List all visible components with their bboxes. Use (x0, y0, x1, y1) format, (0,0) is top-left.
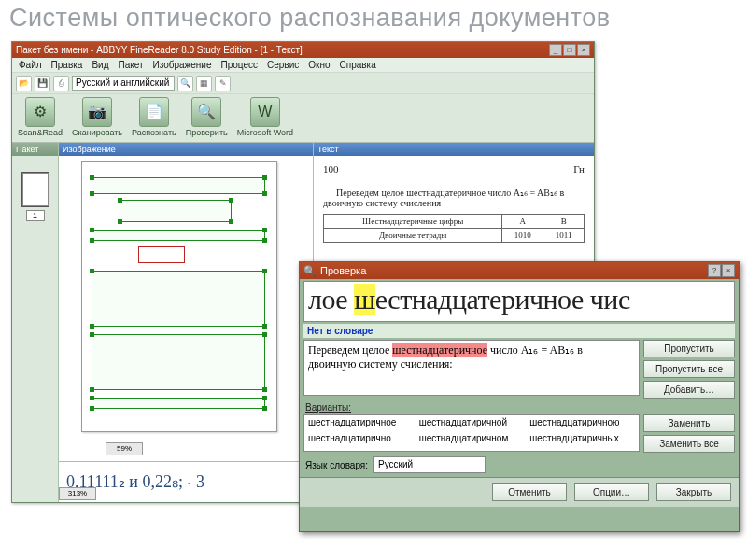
text-header: Текст (314, 143, 594, 156)
recognize-icon: 📄 (139, 97, 169, 127)
document-page (81, 161, 277, 432)
options-button[interactable]: Опции… (574, 483, 649, 501)
menu-window[interactable]: Окно (305, 60, 332, 70)
variants-label: Варианты: (305, 402, 733, 413)
table-row: Шестнадцатеричные цифрыAB (324, 215, 585, 229)
dict-icon[interactable]: ✎ (215, 76, 231, 91)
edit-text: число A₁₆ = AB₁₆ в (487, 343, 583, 357)
text-content[interactable]: 100Гн Переведем целое шестнадцатеричное … (314, 156, 594, 250)
recognize-label: Распознать (132, 128, 176, 137)
edit-box[interactable]: Переведем целое шестнадцатеричное число … (303, 340, 640, 396)
text-paragraph: Переведем целое шестнадцатеричное число … (323, 188, 585, 208)
slide-title: Системы оптического распознавания докуме… (9, 4, 611, 33)
region-text[interactable] (92, 334, 265, 390)
scan-label: Сканировать (72, 128, 122, 137)
app-titlebar: Пакет без имени - ABBYY FineReader 8.0 S… (12, 42, 594, 58)
menu-view[interactable]: Вид (89, 60, 111, 70)
scan-button[interactable]: 📷Сканировать (72, 97, 122, 139)
undo-button[interactable]: Отменить (492, 483, 567, 501)
menu-image[interactable]: Изображение (150, 60, 215, 70)
close-button[interactable]: × (577, 44, 590, 56)
word-preview: лое шестнадцатеричное чис (303, 281, 735, 322)
open-icon[interactable]: 📂 (16, 76, 32, 91)
spellcheck-dialog: 🔍 Проверка ? × лое шестнадцатеричное чис… (299, 261, 740, 532)
text-table: Шестнадцатеричные цифрыAB Двоичные тетра… (323, 214, 585, 243)
menu-process[interactable]: Процесс (218, 60, 261, 70)
image-header: Изображение (59, 143, 313, 156)
toolbar-actions: ⚙Scan&Read 📷Сканировать 📄Распознать 🔍Про… (12, 94, 594, 143)
skip-button[interactable]: Пропустить (643, 340, 735, 357)
menu-batch[interactable]: Пакет (115, 60, 146, 70)
region-text[interactable] (92, 398, 265, 409)
table-cell: 1010 (502, 229, 543, 243)
check-label: Проверить (186, 128, 228, 137)
language-selector[interactable]: Русский и английский (72, 76, 175, 91)
region-picture[interactable] (138, 246, 185, 263)
save-icon[interactable]: 💾 (35, 76, 50, 91)
preview-text: естнадцатеричное чис (375, 284, 630, 315)
edit-text: Переведем целое (308, 343, 392, 357)
variants-list[interactable]: шестнадцатиричное шестнадцатиричной шест… (303, 414, 640, 452)
variant-item[interactable]: шестнадцатиричное (308, 417, 414, 433)
variant-item[interactable]: шестнадцатирично (308, 433, 414, 449)
edit-error-word: шестнадцатеричное (392, 343, 487, 357)
zoom-icon[interactable]: 🔍 (177, 76, 193, 91)
dialog-help-button[interactable]: ? (708, 264, 721, 277)
dialog-bottom-bar: Отменить Опции… Закрыть (300, 477, 739, 507)
check-icon: 🔍 (191, 97, 221, 127)
dialog-titlebar: 🔍 Проверка ? × (300, 262, 739, 279)
layout-icon[interactable]: ▦ (196, 76, 212, 91)
replace-button[interactable]: Заменить (643, 414, 735, 432)
zoom-level-image[interactable]: 59% (106, 442, 143, 455)
scanread-button[interactable]: ⚙Scan&Read (18, 97, 63, 139)
preview-highlight: ш (354, 284, 375, 315)
variant-item[interactable]: шестнадцатиричных (529, 433, 635, 449)
dictionary-language-label: Язык словаря: (305, 460, 368, 470)
region-text[interactable] (92, 230, 265, 241)
table-cell: Шестнадцатеричные цифры (324, 215, 502, 229)
dialog-title: Проверка (320, 263, 708, 279)
image-viewport[interactable] (59, 156, 300, 487)
preview-text: лое (308, 284, 354, 315)
close-dialog-button[interactable]: Закрыть (656, 483, 731, 501)
dialog-title-icon: 🔍 (303, 263, 317, 279)
table-row: Двоичные тетрады10101011 (324, 229, 585, 243)
dictionary-language-select[interactable]: Русский (374, 456, 486, 473)
minimize-button[interactable]: _ (549, 44, 562, 56)
region-text[interactable] (92, 177, 265, 194)
add-button[interactable]: Добавить… (643, 381, 735, 399)
table-cell: B (543, 215, 585, 229)
variant-item[interactable]: шестнадцатиричной (419, 417, 525, 433)
word-button[interactable]: WMicrosoft Word (237, 97, 293, 139)
batch-header: Пакет (12, 143, 58, 156)
image-panel: Изображение 59% (59, 143, 314, 502)
scanread-label: Scan&Read (18, 128, 63, 137)
zoom-level-strip[interactable]: 313% (59, 487, 96, 500)
toolbar-standard: 📂 💾 ⎙ Русский и английский 🔍 ▦ ✎ (12, 72, 594, 94)
skip-all-button[interactable]: Пропустить все (643, 360, 735, 378)
text-gn: Гн (573, 163, 585, 175)
variant-item[interactable]: шестнадцатиричном (419, 433, 525, 449)
scan-icon: 📷 (82, 97, 112, 127)
menu-file[interactable]: Файл (16, 60, 45, 70)
table-cell: A (502, 215, 543, 229)
print-icon[interactable]: ⎙ (53, 76, 69, 91)
region-table[interactable] (120, 200, 232, 222)
menu-help[interactable]: Справка (337, 60, 379, 70)
page-thumbnail[interactable] (22, 173, 49, 206)
menu-edit[interactable]: Правка (49, 60, 86, 70)
check-button[interactable]: 🔍Проверить (186, 97, 228, 139)
region-text[interactable] (92, 271, 265, 327)
text-num: 100 (323, 163, 339, 175)
edit-text: двоичную систему счисления: (308, 357, 453, 371)
table-cell: 1011 (543, 229, 585, 243)
word-label: Microsoft Word (237, 128, 293, 137)
menu-tools[interactable]: Сервис (264, 60, 302, 70)
dialog-close-button[interactable]: × (722, 264, 735, 277)
page-number[interactable]: 1 (26, 210, 45, 221)
not-in-dictionary-label: Нет в словаре (303, 324, 735, 338)
replace-all-button[interactable]: Заменить все (643, 435, 735, 453)
maximize-button[interactable]: □ (563, 44, 576, 56)
recognize-button[interactable]: 📄Распознать (132, 97, 176, 139)
variant-item[interactable]: шестнадцатиричною (529, 417, 635, 433)
